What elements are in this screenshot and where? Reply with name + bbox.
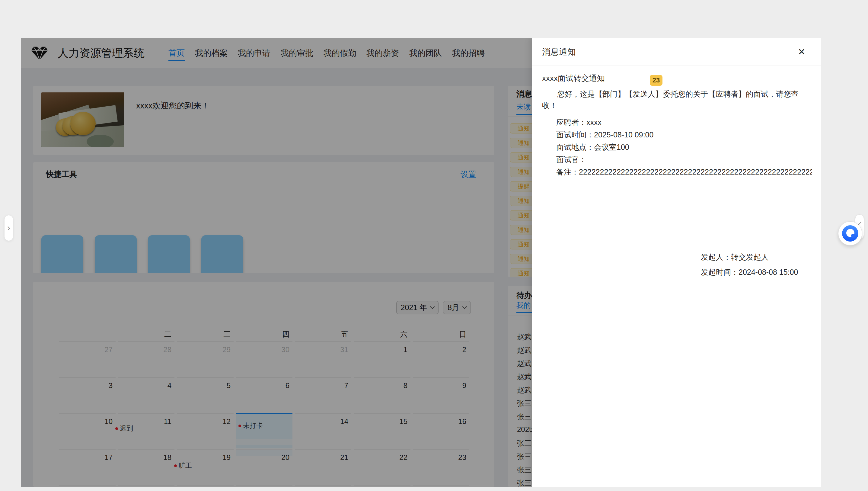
notice-footer: 发起人：转交发起人 发起时间：2024-08-08 15:00 <box>701 253 798 276</box>
detail-interview-time: 面试时间：2025-08-10 09:00 <box>556 128 812 141</box>
drawer-header: 消息通知 ✕ <box>532 38 821 66</box>
chevron-right-icon: › <box>7 223 10 232</box>
notice-details: 应聘者：xxxx 面试时间：2025-08-10 09:00 面试地点：会议室1… <box>556 116 812 178</box>
drawer-title: 消息通知 <box>542 38 576 66</box>
assistant-logo-icon <box>842 225 858 241</box>
app-viewport: 人力资源管理系统 首页 我的档案 我的申请 我的审批 我的假勤 我的薪资 我的团… <box>21 38 821 487</box>
footer-initiate-time: 发起时间：2024-08-08 15:00 <box>701 268 798 276</box>
detail-interview-place: 面试地点：会议室100 <box>556 141 812 153</box>
notice-title: xxxx面试转交通知 <box>542 74 605 83</box>
footer-initiator: 发起人：转交发起人 <box>701 253 798 261</box>
assistant-chat-button[interactable] <box>838 221 862 246</box>
notification-drawer: 消息通知 ✕ xxxx面试转交通知 23 您好，这是【部门】【发送人】委托您的关… <box>532 38 821 487</box>
detail-candidate: 应聘者：xxxx <box>556 116 812 128</box>
notice-body: 您好，这是【部门】【发送人】委托您的关于【应聘者】的面试，请您查收！ <box>542 88 811 111</box>
desktop: 人力资源管理系统 首页 我的档案 我的申请 我的审批 我的假勤 我的薪资 我的团… <box>0 0 868 491</box>
assistant-logo-notch <box>851 234 855 238</box>
detail-interviewer: 面试官： <box>556 153 812 166</box>
notice-count-badge: 23 <box>650 75 662 86</box>
close-icon[interactable]: ✕ <box>796 46 808 58</box>
sidebar-expand-handle[interactable]: › <box>4 215 13 241</box>
detail-remark: 备注：2222222222222222222222222222222222222… <box>556 166 812 178</box>
